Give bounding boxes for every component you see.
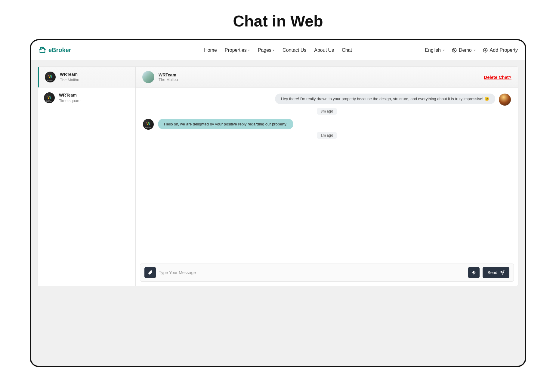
nav-properties-label: Properties bbox=[225, 48, 247, 53]
chat-header-property: The Malibu bbox=[159, 77, 178, 82]
timestamp-row: 3m ago bbox=[143, 108, 511, 115]
main-area: WRTeam The Malibu WRTeam Time square bbox=[31, 60, 525, 293]
message-input[interactable] bbox=[159, 270, 465, 275]
send-icon bbox=[500, 270, 505, 275]
brand-logo[interactable]: e eBroker bbox=[38, 46, 71, 54]
brand-name: eBroker bbox=[48, 47, 71, 54]
message-row-outgoing: Hey there! I'm really drawn to your prop… bbox=[143, 94, 511, 106]
chevron-down-icon bbox=[443, 49, 445, 51]
avatar bbox=[45, 72, 56, 82]
send-button[interactable]: Send bbox=[483, 267, 509, 278]
svg-rect-7 bbox=[473, 271, 474, 273]
nav-home[interactable]: Home bbox=[204, 48, 217, 53]
chat-pane: WRTeam The Malibu Delete Chat? Hey there… bbox=[136, 67, 518, 286]
chat-sidebar: WRTeam The Malibu WRTeam Time square bbox=[38, 67, 136, 286]
message-bubble: Hello sir, we are delighted by your posi… bbox=[158, 119, 293, 129]
attach-button[interactable] bbox=[144, 267, 156, 278]
chat-container: WRTeam The Malibu WRTeam Time square bbox=[38, 66, 518, 286]
sender-avatar bbox=[143, 119, 154, 130]
plus-circle-icon bbox=[483, 48, 488, 53]
nav-properties[interactable]: Properties bbox=[225, 48, 250, 53]
sidebar-item-name: WRTeam bbox=[60, 72, 79, 77]
paperclip-icon bbox=[148, 270, 153, 275]
timestamp-row: 1m ago bbox=[143, 132, 511, 139]
page-title: Chat in Web bbox=[0, 0, 556, 39]
chevron-down-icon bbox=[248, 49, 250, 51]
nav-chat[interactable]: Chat bbox=[342, 48, 352, 53]
timestamp: 1m ago bbox=[317, 132, 337, 139]
chevron-down-icon bbox=[474, 49, 476, 51]
sidebar-item-property: Time square bbox=[59, 98, 81, 103]
sidebar-item-name: WRTeam bbox=[59, 93, 81, 97]
chat-body: Hey there! I'm really drawn to your prop… bbox=[136, 88, 518, 259]
language-selector[interactable]: English bbox=[425, 48, 445, 53]
voice-button[interactable] bbox=[468, 267, 480, 278]
sender-avatar bbox=[499, 94, 511, 106]
user-label: Demo bbox=[459, 48, 472, 53]
nav-contact[interactable]: Contact Us bbox=[283, 48, 306, 53]
timestamp: 3m ago bbox=[317, 108, 337, 115]
add-property-button[interactable]: Add Property bbox=[483, 48, 518, 53]
sidebar-item-property: The Malibu bbox=[60, 78, 79, 82]
chevron-down-icon bbox=[272, 49, 275, 51]
house-icon: e bbox=[38, 46, 47, 54]
sidebar-item-timesquare[interactable]: WRTeam Time square bbox=[38, 88, 135, 108]
svg-point-3 bbox=[454, 49, 455, 51]
navbar: e eBroker Home Properties Pages Contact … bbox=[31, 40, 525, 60]
send-label: Send bbox=[487, 270, 497, 275]
nav-about[interactable]: About Us bbox=[314, 48, 334, 53]
message-row-incoming: Hello sir, we are delighted by your posi… bbox=[143, 119, 511, 130]
chat-input-bar: Send bbox=[140, 264, 514, 282]
sidebar-item-malibu[interactable]: WRTeam The Malibu bbox=[38, 67, 135, 88]
nav-pages[interactable]: Pages bbox=[258, 48, 275, 53]
user-menu[interactable]: Demo bbox=[452, 48, 476, 53]
message-bubble: Hey there! I'm really drawn to your prop… bbox=[275, 94, 495, 104]
app-frame: e eBroker Home Properties Pages Contact … bbox=[30, 39, 526, 367]
chat-header-avatar bbox=[142, 71, 154, 83]
chat-header: WRTeam The Malibu Delete Chat? bbox=[136, 67, 518, 88]
delete-chat-button[interactable]: Delete Chat? bbox=[484, 75, 511, 80]
chat-header-name: WRTeam bbox=[159, 73, 178, 77]
add-property-label: Add Property bbox=[490, 48, 518, 53]
nav-pages-label: Pages bbox=[258, 48, 271, 53]
language-label: English bbox=[425, 48, 440, 53]
user-circle-icon bbox=[452, 48, 457, 53]
avatar bbox=[44, 92, 55, 103]
microphone-icon bbox=[471, 270, 476, 275]
